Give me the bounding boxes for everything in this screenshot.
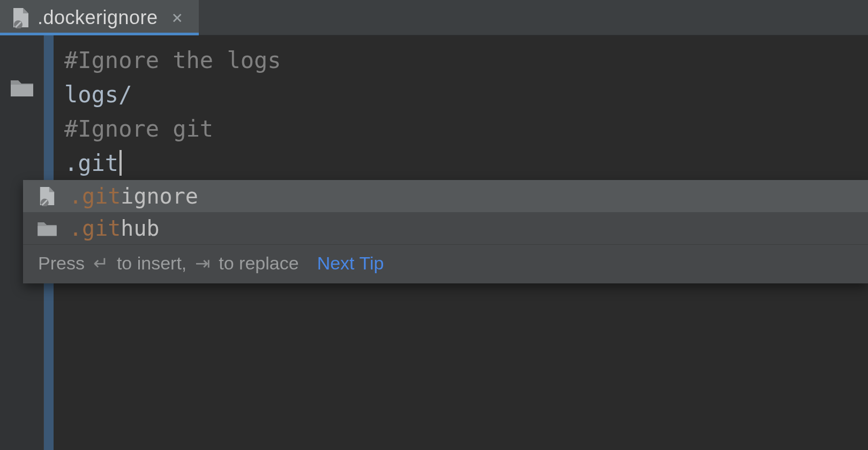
- code-line[interactable]: #Ignore the logs: [54, 43, 868, 77]
- hint-text: Press: [38, 253, 85, 274]
- svg-rect-2: [11, 85, 33, 96]
- tab-label: .dockerignore: [38, 6, 158, 29]
- folder-icon: [36, 217, 58, 239]
- enter-key-icon: ↵: [93, 252, 108, 274]
- code-line[interactable]: #Ignore git: [54, 111, 868, 146]
- folder-icon[interactable]: [10, 77, 34, 98]
- completion-label: .gitignore: [69, 184, 198, 208]
- hint-text: to insert,: [117, 253, 186, 274]
- tab-key-icon: ⇥: [195, 252, 210, 274]
- tab-dockerignore[interactable]: .dockerignore ×: [0, 0, 199, 35]
- completion-item[interactable]: .github: [23, 212, 868, 244]
- completion-item[interactable]: .gitignore: [23, 180, 868, 212]
- popup-hint: Press ↵ to insert, ⇥ to replace Next Tip: [23, 244, 868, 283]
- ignore-file-icon: [36, 185, 58, 207]
- ignore-file-icon: [12, 7, 30, 28]
- code-editor[interactable]: #Ignore the logslogs/#Ignore git.git .gi…: [54, 35, 868, 450]
- tab-bar: .dockerignore ×: [0, 0, 868, 35]
- editor-area: #Ignore the logslogs/#Ignore git.git .gi…: [0, 35, 868, 450]
- completion-label: .github: [69, 216, 160, 241]
- close-icon[interactable]: ×: [168, 8, 187, 27]
- code-line[interactable]: .git: [54, 146, 868, 180]
- text-cursor: [119, 150, 122, 176]
- completion-popup: .gitignore.github Press ↵ to insert, ⇥ t…: [23, 180, 868, 283]
- code-line[interactable]: logs/: [54, 77, 868, 111]
- svg-rect-5: [38, 226, 56, 236]
- hint-text: to replace: [219, 253, 298, 274]
- next-tip-link[interactable]: Next Tip: [317, 253, 384, 274]
